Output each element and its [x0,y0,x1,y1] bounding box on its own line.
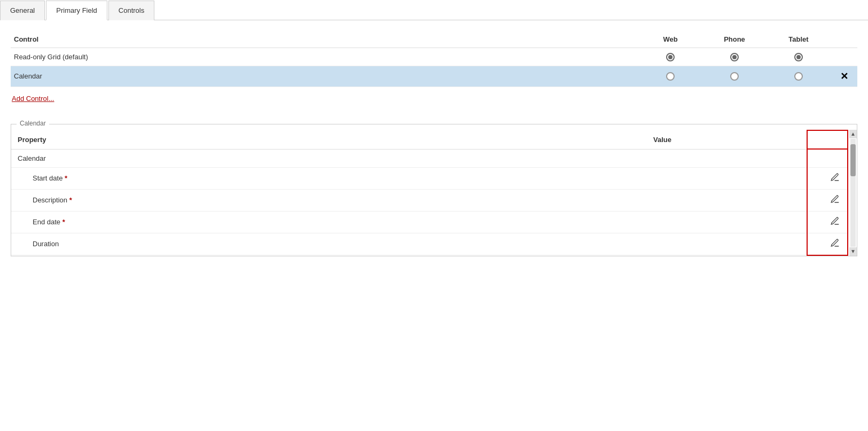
property-label-start-date: Start date * [11,167,647,189]
scroll-thumb[interactable] [850,144,856,176]
edit-description-button[interactable] [829,194,841,206]
required-star: * [65,174,67,182]
calendar-section-title: Calendar [17,120,49,127]
tab-primary-field[interactable]: Primary Field [46,1,107,20]
phone-radio-cell[interactable] [702,48,767,66]
edit-duration-button[interactable] [829,238,841,250]
web-radio-cell[interactable] [638,66,702,87]
phone-radio-calendar[interactable] [730,72,739,81]
list-item: Start date * [11,167,848,189]
property-value-start-date [647,167,807,189]
col-header-phone: Phone [702,31,767,48]
tab-bar: General Primary Field Controls [0,0,868,20]
web-radio-calendar[interactable] [666,72,675,81]
property-label-end-date: End date * [11,211,647,233]
table-row: Calendar ✕ [11,66,857,87]
property-value-description [647,189,807,211]
property-value-duration [647,233,807,255]
phone-radio-cell[interactable] [702,66,767,87]
scroll-up-button[interactable]: ▲ [849,130,857,138]
edit-icons-header [807,130,848,150]
control-name: Read-only Grid (default) [11,48,638,66]
scrollbar: ▲ ▼ [849,130,857,256]
list-item: End date * [11,211,848,233]
add-control-link[interactable]: Add Control... [12,95,54,103]
col-header-web: Web [638,31,702,48]
edit-end-date-cell[interactable] [807,211,848,233]
edit-start-date-button[interactable] [829,173,841,184]
web-radio-read-only[interactable] [666,53,675,61]
delete-calendar-cell[interactable]: ✕ [831,66,857,87]
control-name-calendar: Calendar [11,66,638,87]
list-item: Description * [11,189,848,211]
edit-description-cell[interactable] [807,189,848,211]
delete-calendar-button[interactable]: ✕ [838,71,850,82]
scroll-track [850,139,856,247]
controls-table: Control Web Phone Tablet Read-only Grid … [11,31,857,87]
scroll-down-button[interactable]: ▼ [849,247,857,256]
required-star: * [69,196,72,204]
tablet-radio-cell[interactable] [767,48,831,66]
edit-end-date-button[interactable] [829,216,841,228]
property-col-header: Property [11,130,647,150]
tablet-radio-calendar[interactable] [794,72,803,81]
property-section-wrapper: Property Value Calendar St [11,130,857,256]
phone-radio-read-only[interactable] [730,53,739,61]
calendar-properties-section: Calendar Property Value Calendar [11,124,857,256]
tab-controls[interactable]: Controls [108,1,154,20]
col-header-tablet: Tablet [767,31,831,48]
tablet-radio-read-only[interactable] [794,53,803,61]
tablet-radio-cell[interactable] [767,66,831,87]
property-group-header: Calendar [11,149,848,167]
table-row: Read-only Grid (default) [11,48,857,66]
required-star: * [62,218,65,226]
property-value-end-date [647,211,807,233]
property-label-duration: Duration [11,233,647,255]
web-radio-cell[interactable] [638,48,702,66]
col-header-control: Control [11,31,638,48]
edit-start-date-cell[interactable] [807,167,848,189]
property-table: Property Value Calendar St [11,130,848,256]
list-item: Duration [11,233,848,255]
edit-duration-cell[interactable] [807,233,848,255]
main-content: Control Web Phone Tablet Read-only Grid … [0,20,868,267]
property-label-description: Description * [11,189,647,211]
tab-general[interactable]: General [0,1,45,20]
value-col-header: Value [647,130,807,150]
group-label: Calendar [11,149,647,167]
